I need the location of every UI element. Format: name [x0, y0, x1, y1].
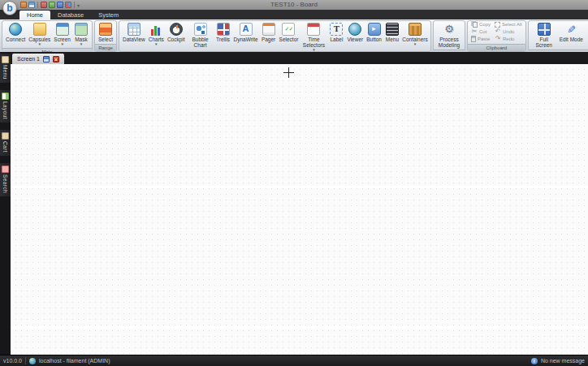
ribbon-group-procedures: Process ModelingProcedures	[433, 20, 465, 52]
ribbon-button-label: Menu	[386, 37, 399, 42]
screen-objects-button[interactable]: Screen Objects	[585, 22, 588, 49]
ribbon-button-label: Bubble Chart	[188, 37, 213, 48]
window-title: TEST10 - Board	[0, 1, 588, 8]
sidebar-tab-cart[interactable]: Cart	[0, 130, 11, 156]
containers-button[interactable]: Containers▾	[401, 22, 429, 47]
connect-button[interactable]: Connect	[4, 22, 27, 43]
statusbar-left: v10.0.0 localhost - filament (ADMIN)	[3, 357, 110, 364]
ribbon-button-label: Connect	[6, 37, 25, 42]
ribbon-group-buttons: Process Modeling	[434, 21, 465, 50]
ribbon-group-toolbox: DataViewCharts▾CockpitBubble ChartTrelli…	[119, 20, 431, 52]
message-info-icon[interactable]: i	[531, 358, 538, 364]
full-screen-button[interactable]: Full Screen	[530, 22, 558, 49]
close-screen-icon[interactable]: x	[53, 56, 59, 62]
workarea: MenuLayoutCartSearch Screen 1 x	[0, 52, 588, 355]
time-selectors-button[interactable]: Time Selectors▾	[300, 22, 327, 52]
dropdown-arrow-icon[interactable]: ▾	[414, 42, 417, 46]
cockpit-button[interactable]: Cockpit	[166, 22, 187, 43]
mask-window-icon	[75, 23, 88, 36]
ribbon-button-label: Full Screen	[532, 37, 556, 48]
trellis-grid-icon	[217, 23, 230, 36]
ribbon-group-main: ConnectCapsules▾Screen▾Mask▾Main	[2, 20, 93, 52]
sidebar-tab-menu[interactable]: Menu	[0, 54, 11, 83]
board-logo-button[interactable]: b	[2, 1, 17, 15]
container-box-icon	[409, 23, 422, 36]
process-modeling-button[interactable]: Process Modeling	[435, 22, 463, 49]
select-all-icon	[495, 22, 500, 28]
button-button[interactable]: Button	[365, 22, 383, 43]
main-area: Screen 1 x	[11, 52, 588, 355]
ribbon-group-buttons: Select	[95, 21, 116, 44]
cart-panel-icon	[2, 132, 9, 140]
design-canvas[interactable]	[11, 64, 588, 355]
capsules-button[interactable]: Capsules▾	[27, 22, 52, 47]
ribbon-button-label: Cut	[479, 29, 486, 34]
pager-button[interactable]: Pager	[260, 22, 278, 43]
viewer-button[interactable]: Viewer	[345, 22, 365, 43]
ribbon-tabstrip: HomeDatabaseSystem	[0, 10, 588, 19]
dataview-button[interactable]: DataView	[121, 22, 147, 43]
sidebar-tab-layout[interactable]: Layout	[0, 90, 11, 123]
board-window: b ▾ TEST10 - Board HomeDatabaseSystem Co…	[0, 0, 588, 366]
version-label: v10.0.0	[3, 358, 22, 364]
ribbon-group-buttons: DataViewCharts▾CockpitBubble ChartTrelli…	[119, 21, 430, 52]
dataview-grid-icon	[128, 23, 141, 36]
sidebar-tab-label: Menu	[2, 65, 8, 80]
ribbon-group-label: Range	[95, 44, 116, 51]
bar-chart-icon	[149, 23, 162, 36]
titlebar: b ▾ TEST10 - Board	[0, 0, 588, 10]
menu-button[interactable]: Menu	[383, 22, 401, 43]
layout-panel-icon	[2, 93, 9, 100]
edit-mode-button[interactable]: Edit Mode	[558, 22, 585, 43]
ribbon-button-label: Select	[98, 37, 113, 42]
ribbon-button-label: Viewer	[347, 37, 363, 42]
selector-button[interactable]: Selector	[278, 22, 300, 43]
connection-label: localhost - filament (ADMIN)	[39, 358, 110, 364]
dropdown-arrow-icon[interactable]: ▾	[61, 42, 63, 46]
mask-button[interactable]: Mask▾	[72, 22, 90, 47]
full-screen-icon	[538, 23, 551, 36]
bubble-chart-button[interactable]: Bubble Chart	[187, 22, 214, 49]
ribbon-button-label: Label	[330, 37, 343, 42]
label-text-icon	[330, 23, 343, 36]
ribbon-button-label: Process Modeling	[437, 37, 461, 48]
label-button[interactable]: Label	[327, 22, 345, 43]
statusbar-right[interactable]: i No new message	[531, 358, 585, 364]
folder-icon	[33, 23, 46, 36]
viewer-globe-icon	[348, 23, 361, 36]
selector-list-icon	[282, 23, 295, 36]
tab-database[interactable]: Database	[50, 10, 91, 19]
ribbon-button-label: Redo	[503, 37, 514, 41]
ribbon-group-range: SelectRange	[94, 20, 117, 52]
dropdown-arrow-icon[interactable]: ▾	[155, 42, 158, 46]
ribbon-button-label: Edit Mode	[560, 37, 583, 42]
dropdown-arrow-icon[interactable]: ▾	[80, 42, 83, 46]
screen-tab-label: Screen 1	[17, 56, 40, 62]
dynawrite-button[interactable]: DynaWrite	[232, 22, 260, 43]
tab-system[interactable]: System	[91, 10, 126, 19]
paste-button: Paste	[470, 36, 491, 42]
edit-mode-icon	[564, 23, 577, 36]
dropdown-arrow-icon[interactable]: ▾	[39, 42, 41, 46]
copy-icon	[473, 22, 478, 28]
pager-icon	[262, 23, 275, 36]
save-screen-icon[interactable]	[43, 56, 50, 62]
tab-home[interactable]: Home	[19, 11, 50, 19]
connection-globe-icon	[29, 358, 36, 364]
select-button[interactable]: Select	[97, 22, 115, 43]
crosshair-cursor	[283, 67, 294, 78]
left-sidebar: MenuLayoutCartSearch	[0, 52, 11, 355]
trellis-button[interactable]: Trellis	[214, 22, 232, 43]
menu-list-icon	[386, 23, 399, 36]
cut-button: Cut	[470, 29, 491, 36]
ribbon-button-label: Button	[366, 37, 382, 42]
screen-button[interactable]: Screen▾	[52, 22, 72, 47]
board-logo-letter: b	[6, 2, 12, 14]
sidebar-tab-search[interactable]: Search	[0, 163, 11, 196]
bubble-chart-icon	[194, 23, 207, 36]
gauge-icon	[170, 23, 183, 36]
screen-tab[interactable]: Screen 1 x	[12, 54, 64, 64]
charts-button[interactable]: Charts▾	[147, 22, 166, 47]
ribbon-button-label: Paste	[478, 37, 490, 41]
statusbar: v10.0.0 localhost - filament (ADMIN) i N…	[0, 355, 588, 366]
